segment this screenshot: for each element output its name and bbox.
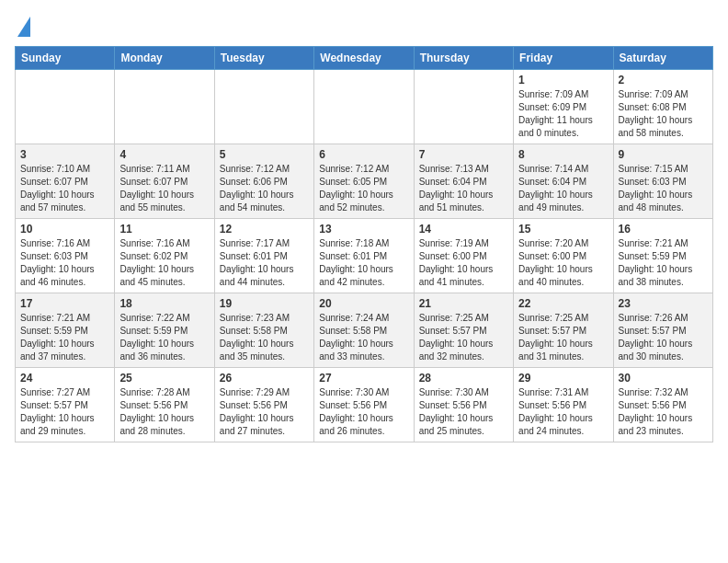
day-number: 14	[419, 223, 508, 236]
day-number: 27	[319, 372, 408, 385]
calendar-week-row: 24 Sunrise: 7:27 AMSunset: 5:57 PMDaylig…	[16, 368, 713, 442]
day-info: Sunrise: 7:29 AMSunset: 5:56 PMDaylight:…	[220, 387, 294, 436]
day-number: 26	[220, 372, 309, 385]
calendar-cell: 25 Sunrise: 7:28 AMSunset: 5:56 PMDaylig…	[115, 368, 214, 442]
calendar-cell: 29 Sunrise: 7:31 AMSunset: 5:56 PMDaylig…	[514, 368, 613, 442]
calendar-cell: 30 Sunrise: 7:32 AMSunset: 5:56 PMDaylig…	[613, 368, 712, 442]
weekday-header: Saturday	[613, 47, 712, 70]
weekday-header: Friday	[514, 47, 613, 70]
day-info: Sunrise: 7:09 AMSunset: 6:09 PMDaylight:…	[518, 89, 593, 138]
day-info: Sunrise: 7:10 AMSunset: 6:07 PMDaylight:…	[20, 164, 95, 213]
calendar-cell: 10 Sunrise: 7:16 AMSunset: 6:03 PMDaylig…	[16, 219, 115, 293]
calendar-cell: 17 Sunrise: 7:21 AMSunset: 5:59 PMDaylig…	[16, 293, 115, 368]
weekday-header: Wednesday	[314, 47, 414, 70]
day-number: 13	[319, 223, 408, 236]
day-info: Sunrise: 7:11 AMSunset: 6:07 PMDaylight:…	[119, 164, 194, 213]
day-info: Sunrise: 7:09 AMSunset: 6:08 PMDaylight:…	[619, 89, 693, 138]
weekday-header: Tuesday	[214, 47, 313, 70]
day-number: 29	[518, 372, 608, 385]
calendar-cell: 5 Sunrise: 7:12 AMSunset: 6:06 PMDayligh…	[214, 144, 313, 219]
day-info: Sunrise: 7:21 AMSunset: 5:59 PMDaylight:…	[619, 238, 693, 287]
calendar-cell: 28 Sunrise: 7:30 AMSunset: 5:56 PMDaylig…	[414, 368, 513, 442]
day-info: Sunrise: 7:16 AMSunset: 6:03 PMDaylight:…	[20, 238, 95, 287]
day-number: 9	[619, 148, 708, 161]
calendar-cell: 27 Sunrise: 7:30 AMSunset: 5:56 PMDaylig…	[314, 368, 414, 442]
day-number: 21	[419, 297, 508, 310]
calendar-cell: 14 Sunrise: 7:19 AMSunset: 6:00 PMDaylig…	[414, 219, 513, 293]
calendar-cell: 7 Sunrise: 7:13 AMSunset: 6:04 PMDayligh…	[414, 144, 513, 219]
weekday-header: Thursday	[414, 47, 513, 70]
calendar-cell: 13 Sunrise: 7:18 AMSunset: 6:01 PMDaylig…	[314, 219, 414, 293]
calendar-cell	[214, 70, 313, 144]
day-number: 6	[319, 148, 408, 161]
day-number: 1	[518, 74, 608, 86]
day-number: 8	[518, 148, 608, 161]
day-info: Sunrise: 7:12 AMSunset: 6:05 PMDaylight:…	[319, 164, 393, 213]
calendar-cell: 12 Sunrise: 7:17 AMSunset: 6:01 PMDaylig…	[214, 219, 313, 293]
day-number: 10	[20, 223, 109, 236]
day-number: 17	[20, 297, 109, 310]
day-number: 28	[419, 372, 508, 385]
calendar-cell: 15 Sunrise: 7:20 AMSunset: 6:00 PMDaylig…	[514, 219, 613, 293]
calendar-cell: 3 Sunrise: 7:10 AMSunset: 6:07 PMDayligh…	[16, 144, 115, 219]
day-number: 7	[419, 148, 508, 161]
day-info: Sunrise: 7:25 AMSunset: 5:57 PMDaylight:…	[518, 313, 593, 362]
day-info: Sunrise: 7:19 AMSunset: 6:00 PMDaylight:…	[419, 238, 494, 287]
calendar-week-row: 1 Sunrise: 7:09 AMSunset: 6:09 PMDayligh…	[16, 70, 713, 144]
day-info: Sunrise: 7:21 AMSunset: 5:59 PMDaylight:…	[20, 313, 95, 362]
calendar-cell: 11 Sunrise: 7:16 AMSunset: 6:02 PMDaylig…	[115, 219, 214, 293]
day-number: 18	[119, 297, 209, 310]
day-number: 4	[119, 148, 209, 161]
day-number: 3	[20, 148, 109, 161]
calendar-cell: 9 Sunrise: 7:15 AMSunset: 6:03 PMDayligh…	[613, 144, 712, 219]
calendar-cell: 19 Sunrise: 7:23 AMSunset: 5:58 PMDaylig…	[214, 293, 313, 368]
calendar-week-row: 10 Sunrise: 7:16 AMSunset: 6:03 PMDaylig…	[16, 219, 713, 293]
day-info: Sunrise: 7:24 AMSunset: 5:58 PMDaylight:…	[319, 313, 393, 362]
calendar-cell: 24 Sunrise: 7:27 AMSunset: 5:57 PMDaylig…	[16, 368, 115, 442]
day-number: 30	[619, 372, 708, 385]
page-header	[15, 15, 713, 37]
day-info: Sunrise: 7:14 AMSunset: 6:04 PMDaylight:…	[518, 164, 593, 213]
day-info: Sunrise: 7:17 AMSunset: 6:01 PMDaylight:…	[220, 238, 294, 287]
day-number: 12	[220, 223, 309, 236]
calendar-table: SundayMondayTuesdayWednesdayThursdayFrid…	[15, 46, 713, 442]
calendar-header-row: SundayMondayTuesdayWednesdayThursdayFrid…	[16, 47, 713, 70]
logo-arrow-icon	[17, 17, 30, 37]
day-number: 5	[220, 148, 309, 161]
day-number: 22	[518, 297, 608, 310]
day-info: Sunrise: 7:25 AMSunset: 5:57 PMDaylight:…	[419, 313, 494, 362]
day-number: 25	[119, 372, 209, 385]
day-info: Sunrise: 7:13 AMSunset: 6:04 PMDaylight:…	[419, 164, 494, 213]
day-number: 20	[319, 297, 408, 310]
calendar-cell: 1 Sunrise: 7:09 AMSunset: 6:09 PMDayligh…	[514, 70, 613, 144]
calendar-cell: 20 Sunrise: 7:24 AMSunset: 5:58 PMDaylig…	[314, 293, 414, 368]
day-info: Sunrise: 7:22 AMSunset: 5:59 PMDaylight:…	[119, 313, 194, 362]
calendar-week-row: 17 Sunrise: 7:21 AMSunset: 5:59 PMDaylig…	[16, 293, 713, 368]
day-number: 23	[619, 297, 708, 310]
calendar-cell: 21 Sunrise: 7:25 AMSunset: 5:57 PMDaylig…	[414, 293, 513, 368]
calendar-cell: 16 Sunrise: 7:21 AMSunset: 5:59 PMDaylig…	[613, 219, 712, 293]
calendar-cell	[115, 70, 214, 144]
calendar-cell	[16, 70, 115, 144]
calendar-cell: 6 Sunrise: 7:12 AMSunset: 6:05 PMDayligh…	[314, 144, 414, 219]
day-info: Sunrise: 7:16 AMSunset: 6:02 PMDaylight:…	[119, 238, 194, 287]
calendar-cell	[314, 70, 414, 144]
day-number: 16	[619, 223, 708, 236]
weekday-header: Sunday	[16, 47, 115, 70]
calendar-cell	[414, 70, 513, 144]
calendar-cell: 18 Sunrise: 7:22 AMSunset: 5:59 PMDaylig…	[115, 293, 214, 368]
day-number: 15	[518, 223, 608, 236]
day-info: Sunrise: 7:28 AMSunset: 5:56 PMDaylight:…	[119, 387, 194, 436]
day-info: Sunrise: 7:18 AMSunset: 6:01 PMDaylight:…	[319, 238, 393, 287]
calendar-cell: 22 Sunrise: 7:25 AMSunset: 5:57 PMDaylig…	[514, 293, 613, 368]
day-info: Sunrise: 7:32 AMSunset: 5:56 PMDaylight:…	[619, 387, 693, 436]
day-info: Sunrise: 7:12 AMSunset: 6:06 PMDaylight:…	[220, 164, 294, 213]
day-number: 24	[20, 372, 109, 385]
calendar-week-row: 3 Sunrise: 7:10 AMSunset: 6:07 PMDayligh…	[16, 144, 713, 219]
calendar-cell: 2 Sunrise: 7:09 AMSunset: 6:08 PMDayligh…	[613, 70, 712, 144]
day-info: Sunrise: 7:30 AMSunset: 5:56 PMDaylight:…	[419, 387, 494, 436]
calendar-cell: 8 Sunrise: 7:14 AMSunset: 6:04 PMDayligh…	[514, 144, 613, 219]
day-number: 2	[619, 74, 708, 86]
weekday-header: Monday	[115, 47, 214, 70]
day-info: Sunrise: 7:31 AMSunset: 5:56 PMDaylight:…	[518, 387, 593, 436]
